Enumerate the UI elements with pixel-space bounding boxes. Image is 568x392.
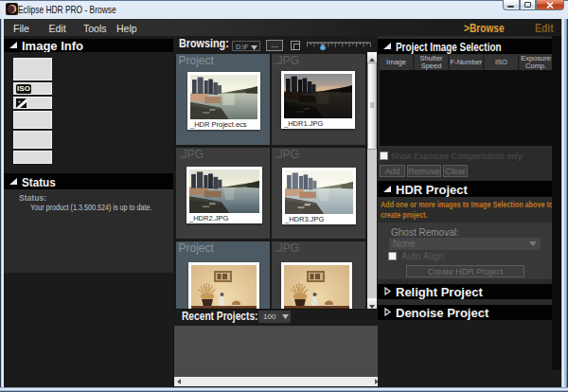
- svg-text:+: +: [18, 98, 21, 104]
